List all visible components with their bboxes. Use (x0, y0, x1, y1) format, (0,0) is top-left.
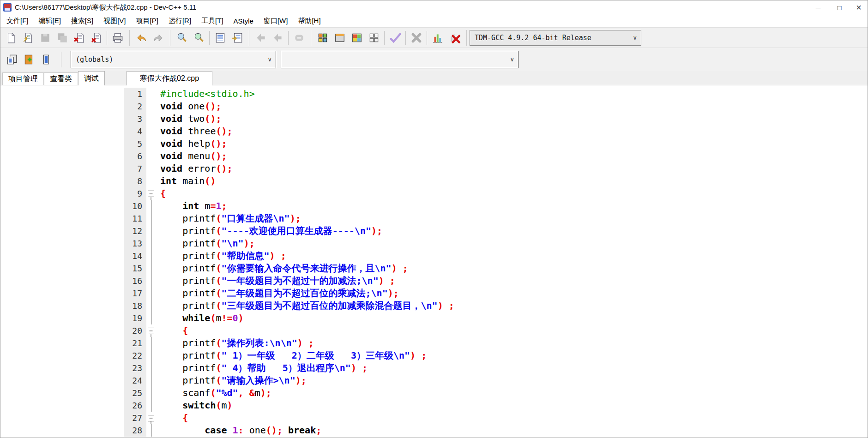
code-line[interactable]: 22 printf(" 1）一年级 2）二年级 3）三年级\n") ; (124, 349, 868, 362)
code-area[interactable]: 1#include<stdio.h>2void one();3void two(… (124, 85, 868, 438)
code-line-text[interactable]: { (158, 187, 868, 200)
save-button[interactable] (36, 30, 54, 46)
code-line[interactable]: 23 printf(" 4）帮助 5）退出程序\n") ; (124, 362, 868, 374)
delete-profile-button[interactable] (446, 30, 463, 46)
code-line[interactable]: 25 scanf("%d", &m); (124, 387, 868, 399)
rebuild-button[interactable] (365, 30, 382, 46)
code-line-text[interactable]: void menu(); (158, 150, 868, 162)
undo-button[interactable] (133, 30, 150, 46)
code-line-text[interactable]: printf("一年级题目为不超过十的加减法;\n") ; (158, 275, 868, 287)
editor-tab[interactable]: 寒假大作战02.cpp (127, 71, 212, 85)
code-line[interactable]: 3void two(); (124, 113, 868, 125)
globals-select[interactable]: (globals) ∨ (71, 51, 276, 68)
code-line[interactable]: 17 printf("二年级题目为不超过百位的乘减法;\n"); (124, 287, 868, 300)
menu-run[interactable]: 运行[R] (163, 15, 196, 27)
code-line[interactable]: 15 printf("你需要输入命令代号来进行操作，且\n") ; (124, 262, 868, 275)
code-line[interactable]: 13 printf("\n"); (124, 237, 868, 250)
code-line[interactable]: 24 printf("请输入操作>\n"); (124, 374, 868, 387)
code-line-text[interactable]: printf("你需要输入命令代号来进行操作，且\n") ; (158, 262, 868, 275)
code-line-text[interactable]: printf(" 4）帮助 5）退出程序\n") ; (158, 362, 868, 374)
code-line-text[interactable]: case 1: one(); break; (158, 424, 868, 437)
code-line[interactable]: 18 printf("三年级题目为不超过百位的加减乘除混合题目，\n") ; (124, 300, 868, 312)
code-line-text[interactable]: printf("请输入操作>\n"); (158, 374, 868, 387)
code-line[interactable]: 12 printf("----欢迎使用口算生成器----\n"); (124, 225, 868, 237)
menu-window[interactable]: 窗口[W] (259, 15, 293, 27)
back-button[interactable] (252, 30, 269, 46)
fold-collapse-icon[interactable] (146, 324, 158, 337)
code-line-text[interactable]: scanf("%d", &m); (158, 387, 868, 399)
code-line[interactable]: 27 { (124, 412, 868, 424)
menu-view[interactable]: 视图[V] (98, 15, 131, 27)
run-button[interactable] (331, 30, 348, 46)
debug-panel[interactable] (0, 85, 124, 438)
profile-button[interactable] (429, 30, 446, 46)
code-line[interactable]: 6void menu(); (124, 150, 868, 162)
code-line[interactable]: 5void help(); (124, 138, 868, 150)
print-button[interactable] (109, 30, 126, 46)
maximize-button[interactable]: □ (829, 0, 850, 14)
toggle-bookmark-button[interactable] (37, 52, 54, 67)
code-line-text[interactable]: void error(); (158, 162, 868, 175)
code-line[interactable]: 21 printf("操作列表:\n\n") ; (124, 337, 868, 349)
open-file-button[interactable] (19, 30, 36, 46)
menu-tools[interactable]: 工具[T] (196, 15, 229, 27)
code-line-text[interactable]: switch(m) (158, 399, 868, 412)
insert-snippet-button[interactable] (20, 52, 37, 67)
save-all-button[interactable] (54, 30, 71, 46)
code-line-text[interactable]: printf(" 1）一年级 2）二年级 3）三年级\n") ; (158, 349, 868, 362)
pause-button[interactable] (290, 30, 307, 46)
menu-astyle[interactable]: AStyle (229, 16, 259, 26)
code-line-text[interactable]: printf("\n"); (158, 237, 868, 250)
forward-button[interactable] (269, 30, 286, 46)
code-line[interactable]: 8int main() (124, 175, 868, 187)
code-line[interactable]: 20 { (124, 324, 868, 337)
tab-debug[interactable]: 调试 (78, 71, 105, 85)
fold-collapse-icon[interactable] (146, 412, 158, 424)
menu-help[interactable]: 帮助[H] (293, 15, 326, 27)
code-line-text[interactable]: printf("二年级题目为不超过百位的乘减法;\n"); (158, 287, 868, 300)
replace-button[interactable] (211, 30, 229, 46)
code-line[interactable]: 26 switch(m) (124, 399, 868, 412)
code-line[interactable]: 9{ (124, 187, 868, 200)
members-select[interactable]: ∨ (281, 51, 518, 68)
code-line-text[interactable]: { (158, 412, 868, 424)
goto-line-button[interactable] (229, 30, 246, 46)
minimize-button[interactable]: ─ (808, 0, 829, 14)
menu-edit[interactable]: 编辑[E] (34, 15, 66, 27)
find-in-files-button[interactable] (190, 30, 207, 46)
code-line[interactable]: 1#include<stdio.h> (124, 88, 868, 100)
menu-file[interactable]: 文件[F] (1, 15, 34, 27)
compile-button[interactable] (314, 30, 331, 46)
abort-button[interactable] (408, 30, 425, 46)
code-line-text[interactable]: void help(); (158, 138, 868, 150)
fold-collapse-icon[interactable] (146, 187, 158, 200)
close-all-button[interactable] (88, 30, 105, 46)
new-unit-button[interactable] (3, 52, 20, 67)
code-line-text[interactable]: while(m!=0) (158, 312, 868, 324)
find-button[interactable] (173, 30, 190, 46)
code-line-text[interactable]: void one(); (158, 100, 868, 113)
close-file-button[interactable] (71, 30, 88, 46)
code-line-text[interactable]: printf("操作列表:\n\n") ; (158, 337, 868, 349)
code-line[interactable]: 10 int m=1; (124, 200, 868, 212)
code-line-text[interactable]: printf("三年级题目为不超过百位的加减乘除混合题目，\n") ; (158, 300, 868, 312)
code-line-text[interactable]: printf("----欢迎使用口算生成器----\n"); (158, 225, 868, 237)
code-line[interactable]: 4void three(); (124, 125, 868, 138)
syntax-check-button[interactable] (386, 30, 404, 46)
menu-search[interactable]: 搜索[S] (66, 15, 98, 27)
new-file-button[interactable] (2, 30, 19, 46)
close-button[interactable]: × (850, 0, 868, 14)
code-line-text[interactable]: printf("帮助信息") ; (158, 250, 868, 262)
compile-run-button[interactable] (348, 30, 365, 46)
redo-button[interactable] (150, 30, 167, 46)
code-line[interactable]: 28 case 1: one(); break; (124, 424, 868, 437)
code-line[interactable]: 19 while(m!=0) (124, 312, 868, 324)
code-line[interactable]: 2void one(); (124, 100, 868, 113)
code-line[interactable]: 11 printf("口算生成器\n"); (124, 212, 868, 225)
code-line[interactable]: 14 printf("帮助信息") ; (124, 250, 868, 262)
code-line-text[interactable]: void three(); (158, 125, 868, 138)
menu-project[interactable]: 项目[P] (131, 15, 163, 27)
code-line[interactable]: 7void error(); (124, 162, 868, 175)
code-line-text[interactable]: int main() (158, 175, 868, 187)
code-line-text[interactable]: printf("口算生成器\n"); (158, 212, 868, 225)
